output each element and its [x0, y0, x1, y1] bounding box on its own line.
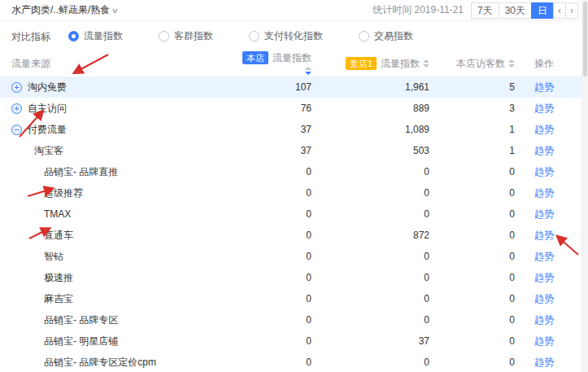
- category-selector[interactable]: 水产肉类/..鲜蔬果/熟食 ∨: [11, 3, 118, 17]
- trend-link[interactable]: 趋势: [534, 124, 554, 135]
- radio-icon: [68, 31, 79, 42]
- expand-icon[interactable]: +: [11, 82, 22, 93]
- trend-link[interactable]: 趋势: [534, 272, 554, 283]
- comp-index-value: 0: [311, 166, 429, 177]
- trend-link[interactable]: 趋势: [534, 357, 554, 368]
- col-header-comp-index[interactable]: 竞店1流量指数: [311, 57, 429, 71]
- self-index-value: 0: [234, 166, 311, 177]
- trend-link[interactable]: 趋势: [534, 314, 554, 326]
- self-index-value: 0: [234, 230, 311, 241]
- visitor-count-value: 0: [429, 166, 515, 177]
- collapse-icon[interactable]: −: [11, 125, 22, 135]
- trend-link[interactable]: 趋势: [534, 251, 554, 262]
- table-row: 直通车08720趋势: [0, 225, 588, 246]
- traffic-source-cell: +自主访问: [11, 102, 234, 116]
- metric-radio-2[interactable]: 支付转化指数: [249, 29, 323, 43]
- range-30d-button[interactable]: 30天: [499, 2, 532, 19]
- traffic-table: 流量来源 本店流量指数 竞店1流量指数 本店访客数 操作 +淘内免费1071,9…: [0, 50, 588, 372]
- radio-icon: [249, 31, 259, 42]
- comp-index-value: 0: [311, 357, 429, 368]
- chevron-down-icon: ∨: [111, 7, 119, 15]
- col-header-action: 操作: [515, 57, 564, 71]
- action-cell: 趋势: [515, 186, 564, 200]
- trend-link[interactable]: 趋势: [534, 166, 554, 177]
- metric-radio-label: 支付转化指数: [264, 29, 323, 43]
- visitor-count-value: 1: [429, 145, 515, 156]
- trend-link[interactable]: 趋势: [534, 103, 554, 114]
- range-day-button[interactable]: 日: [531, 2, 554, 19]
- visitor-count-value: 0: [429, 230, 515, 241]
- trend-link[interactable]: 趋势: [534, 335, 554, 347]
- col-header-visitors[interactable]: 本店访客数: [429, 57, 515, 71]
- radio-icon: [159, 31, 169, 42]
- next-date-button[interactable]: ›: [565, 2, 578, 19]
- trend-link[interactable]: 趋势: [534, 230, 554, 241]
- trend-link[interactable]: 趋势: [534, 81, 554, 93]
- action-cell: 趋势: [515, 81, 564, 94]
- table-row: −付费流量371,0891趋势: [0, 119, 588, 140]
- sort-icon[interactable]: [423, 59, 429, 68]
- table-row: +淘内免费1071,9615趋势: [0, 77, 588, 98]
- expand-icon[interactable]: +: [11, 103, 22, 114]
- self-index-value: 0: [234, 293, 311, 304]
- self-index-value: 107: [234, 81, 311, 93]
- col-header-self-index[interactable]: 本店流量指数: [234, 51, 311, 77]
- traffic-source-name: 淘宝客: [34, 144, 63, 158]
- table-row: 品销宝- 品牌专区定价cpm000趋势: [0, 352, 588, 372]
- comp-index-value: 0: [311, 208, 429, 220]
- comp-index-value: 1,089: [311, 124, 429, 135]
- comp-index-value: 889: [311, 103, 429, 114]
- metric-radio-0[interactable]: 流量指数: [68, 29, 123, 43]
- range-7d-button[interactable]: 7天: [471, 2, 499, 19]
- traffic-source-cell: 品销宝- 品牌直推: [11, 165, 234, 179]
- scrollbar-thumb[interactable]: [583, 2, 587, 77]
- trend-link[interactable]: 趋势: [534, 145, 554, 156]
- comp-index-value: 503: [311, 145, 429, 156]
- sort-icon[interactable]: [305, 67, 311, 75]
- metric-radio-label: 流量指数: [84, 29, 123, 43]
- traffic-source-cell: −付费流量: [11, 123, 234, 137]
- action-cell: 趋势: [515, 313, 564, 327]
- traffic-source-cell: 智钻: [11, 250, 234, 264]
- top-bar: 水产肉类/..鲜蔬果/熟食 ∨ 统计时间 2019-11-21 7天 30天 日…: [0, 0, 588, 21]
- visitor-count-value: 0: [429, 187, 515, 199]
- traffic-source-name: 智钻: [44, 250, 63, 264]
- table-body: +淘内免费1071,9615趋势+自主访问768893趋势−付费流量371,08…: [0, 77, 588, 372]
- self-index-value: 0: [234, 357, 311, 368]
- traffic-source-name: 自主访问: [28, 102, 67, 116]
- traffic-source-cell: 超级推荐: [11, 186, 234, 200]
- sort-icon[interactable]: [508, 59, 515, 68]
- visitor-count-value: 0: [429, 272, 515, 283]
- prev-date-button[interactable]: ‹: [553, 2, 566, 19]
- compare-metric-row: 对比指标 流量指数客群指数支付转化指数交易指数: [0, 21, 588, 50]
- comp-index-value: 1,961: [311, 81, 429, 93]
- visitor-count-value: 0: [429, 335, 515, 347]
- comp-index-value: 0: [311, 251, 429, 262]
- traffic-source-cell: 极速推: [11, 271, 234, 285]
- self-index-value: 0: [234, 251, 311, 262]
- table-row: 品销宝- 明星店铺0370趋势: [0, 330, 588, 352]
- table-row: 极速推000趋势: [0, 267, 588, 288]
- trend-link[interactable]: 趋势: [534, 293, 554, 304]
- traffic-source-cell: 品销宝- 品牌专区: [11, 313, 234, 327]
- traffic-source-name: 超级推荐: [44, 186, 83, 200]
- action-cell: 趋势: [515, 123, 564, 137]
- visitor-count-value: 3: [429, 103, 515, 114]
- visitor-count-value: 0: [429, 314, 515, 326]
- metric-radio-1[interactable]: 客群指数: [159, 29, 213, 43]
- trend-link[interactable]: 趋势: [534, 187, 554, 199]
- metric-radio-label: 客群指数: [174, 29, 213, 43]
- traffic-source-name: 付费流量: [28, 123, 67, 137]
- table-row: 智钻000趋势: [0, 246, 588, 267]
- visitor-count-value: 0: [429, 293, 515, 304]
- action-cell: 趋势: [515, 292, 564, 306]
- trend-link[interactable]: 趋势: [534, 208, 554, 220]
- traffic-source-cell: 直通车: [11, 229, 234, 243]
- traffic-source-name: 品销宝- 品牌直推: [44, 165, 118, 179]
- traffic-source-name: 品销宝- 明星店铺: [44, 335, 118, 348]
- metric-radio-3[interactable]: 交易指数: [359, 29, 413, 43]
- comp-index-value: 0: [311, 272, 429, 283]
- col-header-source: 流量来源: [11, 57, 234, 71]
- traffic-source-cell: 麻吉宝: [11, 292, 234, 306]
- traffic-source-cell: 品销宝- 明星店铺: [11, 335, 234, 348]
